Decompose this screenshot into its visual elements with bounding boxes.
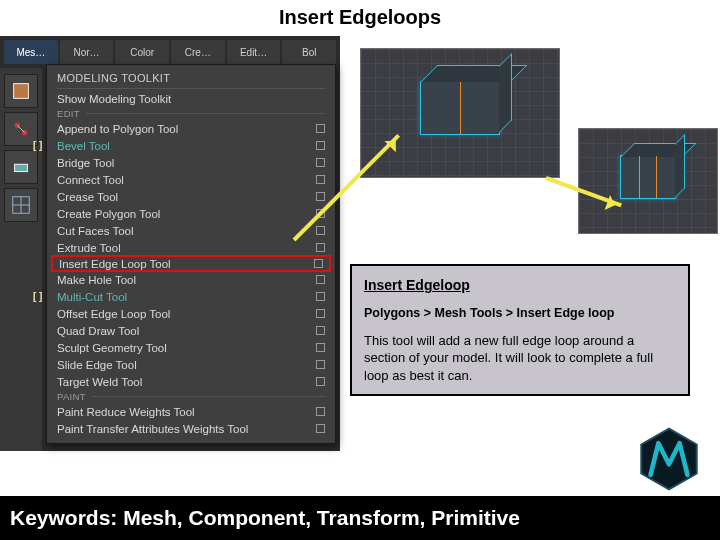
cube-two-loops bbox=[620, 155, 675, 199]
menu-item-label: Create Polygon Tool bbox=[57, 208, 310, 220]
menu-item[interactable]: Make Hole Tool bbox=[47, 271, 335, 288]
option-box-icon[interactable] bbox=[316, 309, 325, 318]
menu-item-label: Cut Faces Tool bbox=[57, 225, 310, 237]
shelf-tabs: Mes…Nor…ColorCre…Edit…Bol bbox=[0, 40, 340, 64]
shelf-tab[interactable]: Color bbox=[115, 40, 169, 64]
viewport-before bbox=[360, 48, 560, 178]
menu-item[interactable]: Paint Transfer Attributes Weights Tool bbox=[47, 420, 335, 437]
menu-item[interactable]: Extrude Tool bbox=[47, 239, 335, 256]
option-box-icon[interactable] bbox=[316, 292, 325, 301]
option-box-icon[interactable] bbox=[316, 343, 325, 352]
shelf-tab[interactable]: Cre… bbox=[171, 40, 225, 64]
menu-item[interactable]: Bridge Tool bbox=[47, 154, 335, 171]
option-box-icon[interactable] bbox=[316, 424, 325, 433]
option-box-icon[interactable] bbox=[316, 192, 325, 201]
shelf-tab[interactable]: Edit… bbox=[227, 40, 281, 64]
poly-marker-icon: [ ] bbox=[33, 140, 42, 151]
option-box-icon[interactable] bbox=[316, 326, 325, 335]
menu-item[interactable]: Sculpt Geometry Tool bbox=[47, 339, 335, 356]
slide-title: Insert Edgeloops bbox=[0, 6, 720, 29]
shelf-tab[interactable]: Nor… bbox=[60, 40, 114, 64]
option-box-icon[interactable] bbox=[314, 259, 323, 268]
menu-item-label: Bridge Tool bbox=[57, 157, 310, 169]
menu-item[interactable]: [ ]Multi-Cut Tool bbox=[47, 288, 335, 305]
option-box-icon[interactable] bbox=[316, 141, 325, 150]
menu-item[interactable]: Show Modeling Toolkit bbox=[47, 90, 335, 107]
menu-item-label: Make Hole Tool bbox=[57, 274, 310, 286]
shelf-tab[interactable]: Bol bbox=[282, 40, 336, 64]
menu-item-label: Quad Draw Tool bbox=[57, 325, 310, 337]
option-box-icon[interactable] bbox=[316, 124, 325, 133]
menu-item[interactable]: Crease Tool bbox=[47, 188, 335, 205]
menu-item-label: Multi-Cut Tool bbox=[57, 291, 310, 303]
menu-item-label: Slide Edge Tool bbox=[57, 359, 310, 371]
tool-palette bbox=[0, 68, 42, 451]
tool-icon[interactable] bbox=[4, 150, 38, 184]
menu-item-label: Crease Tool bbox=[57, 191, 310, 203]
menu-item[interactable]: Insert Edge Loop Tool bbox=[51, 255, 331, 272]
menu-item-label: Bevel Tool bbox=[57, 140, 310, 152]
menu-item-label: Sculpt Geometry Tool bbox=[57, 342, 310, 354]
menu-item-label: Insert Edge Loop Tool bbox=[59, 258, 308, 270]
menu-item-label: Extrude Tool bbox=[57, 242, 310, 254]
option-box-icon[interactable] bbox=[316, 175, 325, 184]
menu-item-label: Connect Tool bbox=[57, 174, 310, 186]
menu-item[interactable]: Paint Reduce Weights Tool bbox=[47, 403, 335, 420]
menu-item[interactable]: Create Polygon Tool bbox=[47, 205, 335, 222]
menu-item[interactable]: Cut Faces Tool bbox=[47, 222, 335, 239]
maya-screenshot: Mes…Nor…ColorCre…Edit…Bol MODELING TOOLK… bbox=[0, 36, 340, 451]
shelf-tab[interactable]: Mes… bbox=[4, 40, 58, 64]
option-box-icon[interactable] bbox=[316, 407, 325, 416]
menu-item[interactable]: Target Weld Tool bbox=[47, 373, 335, 390]
menu-divider: PAINT bbox=[47, 390, 335, 403]
menu-item[interactable]: Slide Edge Tool bbox=[47, 356, 335, 373]
menu-item-label: Offset Edge Loop Tool bbox=[57, 308, 310, 320]
option-box-icon[interactable] bbox=[316, 226, 325, 235]
option-box-icon[interactable] bbox=[316, 377, 325, 386]
menu-item-label: Target Weld Tool bbox=[57, 376, 310, 388]
menu-item-label: Show Modeling Toolkit bbox=[57, 93, 325, 105]
maya-logo-icon bbox=[636, 426, 702, 492]
viewport-after bbox=[578, 128, 718, 234]
option-box-icon[interactable] bbox=[316, 275, 325, 284]
option-box-icon[interactable] bbox=[316, 158, 325, 167]
explanation-box: Insert Edgeloop Polygons > Mesh Tools > … bbox=[350, 264, 690, 396]
menu-item[interactable]: Connect Tool bbox=[47, 171, 335, 188]
slide: Insert Edgeloops Mes…Nor…ColorCre…Edit…B… bbox=[0, 0, 720, 540]
tool-icon[interactable] bbox=[4, 188, 38, 222]
menu-item-label: Paint Reduce Weights Tool bbox=[57, 406, 310, 418]
menu-item-label: Paint Transfer Attributes Weights Tool bbox=[57, 423, 310, 435]
cube-one-loop bbox=[420, 81, 499, 135]
menu-path: Polygons > Mesh Tools > Insert Edge loop bbox=[364, 305, 676, 322]
svg-marker-8 bbox=[641, 429, 696, 490]
svg-line-3 bbox=[17, 125, 24, 132]
explanation-heading: Insert Edgeloop bbox=[364, 276, 676, 295]
menu-item[interactable]: Quad Draw Tool bbox=[47, 322, 335, 339]
tool-icon[interactable] bbox=[4, 74, 38, 108]
menu-item[interactable]: Append to Polygon Tool bbox=[47, 120, 335, 137]
keywords-bar: Keywords: Mesh, Component, Transform, Pr… bbox=[0, 496, 720, 540]
poly-marker-icon: [ ] bbox=[33, 291, 42, 302]
menu-divider: EDIT bbox=[47, 107, 335, 120]
svg-rect-0 bbox=[14, 84, 29, 99]
menu-section-label: MODELING TOOLKIT bbox=[47, 69, 335, 87]
explanation-body: This tool will add a new full edge loop … bbox=[364, 332, 676, 385]
option-box-icon[interactable] bbox=[316, 360, 325, 369]
menu-item[interactable]: Offset Edge Loop Tool bbox=[47, 305, 335, 322]
menu-item[interactable]: [ ]Bevel Tool bbox=[47, 137, 335, 154]
mesh-tools-menu: MODELING TOOLKITShow Modeling ToolkitEDI… bbox=[46, 64, 336, 444]
svg-rect-4 bbox=[15, 164, 28, 171]
menu-item-label: Append to Polygon Tool bbox=[57, 123, 310, 135]
option-box-icon[interactable] bbox=[316, 243, 325, 252]
